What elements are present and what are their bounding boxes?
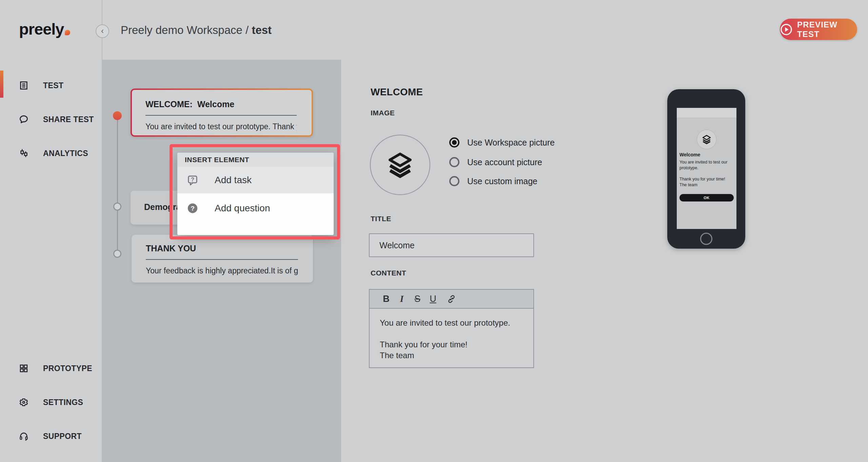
timeline-line	[117, 116, 118, 254]
sidebar-item-support[interactable]: SUPPORT	[0, 426, 102, 446]
radio-use-workspace-picture[interactable]: Use Workspace picture	[449, 137, 555, 148]
radio-label: Use account picture	[467, 157, 542, 167]
device-statusbar	[677, 108, 736, 118]
sidebar-item-test[interactable]: TEST	[0, 75, 102, 96]
radio-label: Use Workspace picture	[467, 138, 555, 148]
welcome-card-title: WELCOME: Welcome	[145, 99, 297, 109]
sidebar-item-analytics[interactable]: ANALYTICS	[0, 143, 102, 163]
device-preview: Welcome You are invited to test our prot…	[667, 89, 745, 249]
insert-element-menu: INSERT ELEMENT ? Add task ? Add question	[177, 153, 334, 235]
insert-element-menu-header: INSERT ELEMENT	[177, 153, 334, 167]
play-icon	[780, 23, 793, 36]
home-button-icon	[700, 233, 712, 245]
content-line: The team	[380, 350, 523, 361]
preview-test-button[interactable]: PREVIEW TEST	[780, 19, 857, 40]
breadcrumb: Preely demo Workspace / test	[121, 24, 272, 37]
svg-text:?: ?	[191, 177, 194, 182]
strikethrough-button[interactable]: S	[410, 294, 425, 304]
radio-label: Use custom image	[467, 176, 537, 186]
sidebar-item-prototype[interactable]: PROTOTYPE	[0, 358, 102, 379]
radio-unselected-icon	[449, 176, 459, 186]
rich-text-toolbar: B I S U	[370, 290, 533, 309]
welcome-card[interactable]: WELCOME: Welcome You are invited to test…	[131, 89, 313, 137]
sidebar-item-label: ANALYTICS	[43, 149, 88, 158]
menu-item-add-task[interactable]: ? Add task	[177, 167, 334, 193]
section-title: WELCOME	[371, 86, 423, 98]
menu-item-label: Add question	[215, 203, 270, 214]
content-editor-body[interactable]: You are invited to test our prototype. T…	[370, 309, 533, 370]
welcome-card-excerpt: You are invited to test our prototype. T…	[145, 122, 297, 131]
sidebar-item-label: SUPPORT	[43, 432, 82, 441]
thank-you-card-title: THANK YOU	[146, 244, 298, 253]
radio-use-custom-image[interactable]: Use custom image	[449, 176, 537, 186]
link-icon[interactable]	[447, 294, 462, 304]
radio-use-account-picture[interactable]: Use account picture	[449, 157, 542, 167]
test-flow-column: WELCOME: Welcome You are invited to test…	[102, 60, 341, 462]
welcome-card-body: WELCOME: Welcome You are invited to test…	[132, 90, 312, 135]
timeline-dot-welcome	[113, 111, 122, 120]
sidebar-item-label: TEST	[43, 81, 63, 90]
preview-line: Thank you for your time!	[679, 176, 734, 182]
title-input[interactable]: Welcome	[369, 233, 534, 257]
grid-icon	[19, 364, 28, 373]
radio-selected-icon	[449, 137, 459, 148]
document-icon	[19, 81, 28, 90]
content-line: Thank you for your time!	[380, 339, 523, 350]
preview-blank-line	[679, 171, 734, 176]
task-bubble-question-icon: ?	[187, 174, 198, 186]
breadcrumb-page: test	[252, 24, 272, 36]
preview-body-text: You are invited to test our prototype. T…	[679, 159, 734, 188]
bold-button[interactable]: B	[378, 294, 394, 304]
sidebar-item-share-test[interactable]: SHARE TEST	[0, 109, 102, 130]
speech-bubble-icon	[19, 115, 28, 124]
timeline-dot-thankyou	[113, 250, 121, 258]
content-blank-line	[380, 328, 523, 339]
content-editor: B I S U You are invited to test our prot…	[369, 289, 534, 368]
preely-logo-dot-icon	[65, 30, 70, 35]
headphones-icon	[19, 431, 28, 441]
chevron-left-icon: ‹	[101, 26, 104, 35]
preely-logo-text: preely	[19, 20, 64, 38]
preview-line: The team	[679, 182, 734, 188]
title-input-value: Welcome	[379, 240, 415, 250]
title-label: TITLE	[371, 215, 391, 223]
preview-title: Welcome	[679, 152, 700, 157]
circle-question-icon: ?	[187, 203, 198, 214]
sidebar: preely TEST SHARE TEST ANALYTICS PROTOT	[0, 0, 102, 462]
menu-item-label: Add task	[215, 175, 252, 186]
sidebar-item-settings[interactable]: SETTINGS	[0, 392, 102, 412]
layers-icon	[701, 134, 712, 145]
preview-avatar	[697, 130, 716, 149]
timeline-dot-demographics	[113, 203, 121, 211]
svg-text:?: ?	[191, 205, 195, 212]
collapse-sidebar-button[interactable]: ‹	[96, 24, 109, 38]
preview-ok-button: OK	[679, 194, 734, 201]
preely-logo: preely	[19, 20, 70, 38]
analytics-icon	[19, 149, 28, 158]
menu-item-add-question[interactable]: ? Add question	[177, 193, 334, 223]
card-divider	[146, 259, 298, 260]
content-label: CONTENT	[371, 269, 406, 277]
thank-you-card[interactable]: THANK YOU Your feedback is highly apprec…	[132, 235, 313, 283]
breadcrumb-workspace: Preely demo Workspace	[121, 24, 242, 36]
underline-button[interactable]: U	[425, 294, 441, 304]
element-editor-panel: WELCOME IMAGE Use Workspace picture Use …	[341, 60, 868, 462]
card-divider	[145, 115, 297, 116]
preview-test-label: PREVIEW TEST	[797, 20, 857, 39]
layers-icon	[385, 150, 415, 180]
radio-unselected-icon	[449, 157, 459, 167]
breadcrumb-separator: /	[242, 24, 252, 36]
device-preview-screen: Welcome You are invited to test our prot…	[677, 108, 736, 229]
workspace-image-preview	[370, 135, 430, 195]
italic-button[interactable]: I	[394, 294, 410, 304]
image-label: IMAGE	[371, 109, 395, 117]
content-line: You are invited to test our prototype.	[380, 317, 523, 328]
preely-app: preely TEST SHARE TEST ANALYTICS PROTOT	[0, 0, 868, 462]
gear-icon	[19, 398, 28, 407]
sidebar-item-label: PROTOTYPE	[43, 364, 92, 373]
thank-you-card-excerpt: Your feedback is highly appreciated.It i…	[146, 266, 298, 275]
sidebar-item-label: SETTINGS	[43, 398, 83, 407]
sidebar-item-label: SHARE TEST	[43, 115, 94, 124]
preview-paragraph: You are invited to test our prototype.	[679, 159, 734, 171]
